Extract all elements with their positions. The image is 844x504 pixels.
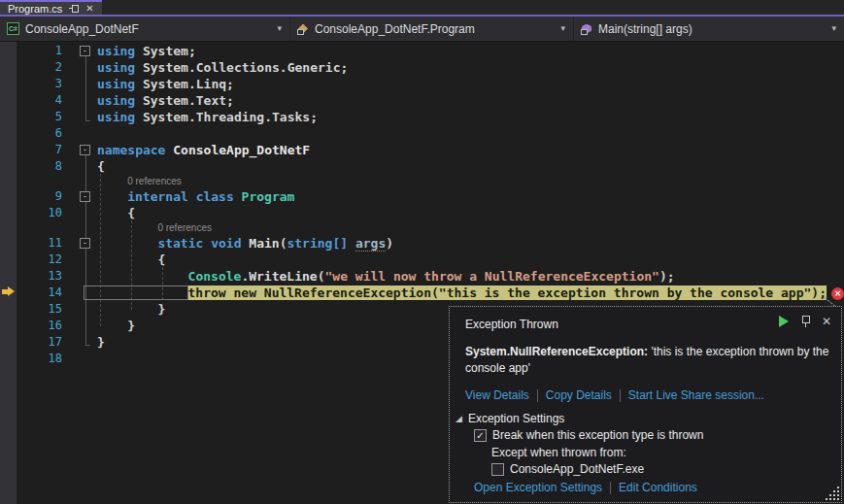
token: using	[97, 44, 135, 58]
link-separator	[620, 389, 621, 402]
code-text: using System.Collections.Generic;	[97, 59, 844, 76]
line-number: 5	[0, 109, 64, 125]
fold-toggle[interactable]: -	[80, 191, 90, 202]
outline-margin	[64, 59, 97, 76]
outline-margin: -	[64, 188, 97, 205]
line-number: 13	[0, 268, 64, 285]
tab-program-cs[interactable]: Program.cs ✕	[0, 0, 102, 15]
code-line[interactable]: 9-internal class Program	[0, 188, 844, 205]
line-number: 15	[0, 301, 64, 318]
code-line[interactable]: 6	[0, 125, 844, 142]
token: {	[157, 252, 165, 267]
current-statement-arrow	[2, 286, 16, 297]
token: }	[127, 319, 135, 333]
token: void	[211, 236, 241, 251]
popup-link[interactable]: View Details	[465, 388, 529, 402]
resize-grip[interactable]	[826, 487, 839, 500]
exception-error-icon[interactable]: ✕	[831, 287, 844, 300]
outline-margin	[64, 285, 97, 301]
popup-links-top: View DetailsCopy DetailsStart Live Share…	[465, 388, 764, 402]
fold-toggle[interactable]: -	[80, 238, 90, 249]
code-line[interactable]: 10{	[0, 205, 844, 221]
popup-link[interactable]: Edit Conditions	[619, 481, 697, 494]
popup-link[interactable]: Start Live Share session...	[628, 388, 764, 402]
code-line[interactable]: 4using System.Text;	[0, 92, 844, 109]
pin-icon[interactable]	[69, 5, 79, 13]
module-checkbox[interactable]	[491, 463, 504, 476]
popup-toolbar: ✕	[779, 316, 831, 327]
type-dropdown[interactable]: ConsoleApp_DotNetF.Program ▾	[290, 17, 574, 41]
visual-studio-window: Program.cs ✕ C# ConsoleApp_DotNetF ▾ Con…	[0, 0, 844, 504]
module-checkbox-row: ConsoleApp_DotNetF.exe	[491, 462, 644, 476]
line-number: 11	[0, 235, 64, 252]
token: string[]	[287, 236, 348, 251]
token: using	[97, 60, 135, 75]
token: internal	[127, 189, 188, 204]
close-icon[interactable]: ✕	[822, 316, 831, 327]
exception-message: System.NullReferenceException: 'this is …	[465, 344, 832, 377]
line-number: 16	[0, 318, 64, 334]
member-dropdown-label: Main(string[] args)	[598, 22, 692, 36]
project-dropdown[interactable]: C# ConsoleApp_DotNetF ▾	[0, 17, 290, 41]
code-line[interactable]: 14throw new NullReferenceException("this…	[0, 285, 844, 301]
code-text: internal class Program	[97, 188, 844, 205]
module-checkbox-label: ConsoleApp_DotNetF.exe	[510, 462, 644, 476]
outline-margin	[64, 205, 97, 221]
exception-highlight: throw new NullReferenceException("this i…	[188, 286, 827, 300]
outline-margin	[64, 158, 97, 175]
token: static	[157, 236, 203, 251]
code-line[interactable]: 13Console.WriteLine("we will now throw a…	[0, 268, 844, 285]
token: "we will now throw a NullReferenceExcept…	[325, 269, 659, 284]
member-dropdown[interactable]: Main(string[] args) ▾	[574, 17, 844, 41]
code-line[interactable]: 12{	[0, 252, 844, 268]
outline-margin	[64, 92, 97, 109]
token: Console	[188, 269, 242, 284]
continue-icon[interactable]	[779, 316, 789, 327]
type-dropdown-label: ConsoleApp_DotNetF.Program	[315, 22, 475, 36]
line-number: 4	[0, 92, 64, 109]
token	[234, 189, 242, 204]
line-number: 2	[0, 59, 64, 76]
tab-title: Program.cs	[8, 3, 62, 15]
code-text: using System;	[97, 43, 844, 59]
code-line[interactable]: 1-using System;	[0, 43, 844, 59]
outline-margin	[64, 268, 97, 285]
fold-toggle[interactable]: -	[80, 145, 90, 155]
project-dropdown-label: ConsoleApp_DotNetF	[25, 22, 139, 36]
code-text: {	[97, 205, 844, 221]
popup-link[interactable]: Open Exception Settings	[474, 481, 602, 494]
outline-margin: -	[64, 43, 97, 59]
pin-icon[interactable]	[801, 316, 809, 327]
code-text: using System.Text;	[97, 92, 844, 109]
token: Main	[249, 236, 279, 251]
line-number: 10	[0, 205, 64, 221]
codelens-references[interactable]: 0 references	[0, 175, 844, 188]
code-text: {	[97, 158, 844, 175]
outline-margin	[64, 109, 97, 125]
outline-margin: -	[64, 142, 97, 158]
fold-toggle[interactable]: -	[80, 46, 90, 56]
outline-margin	[64, 252, 97, 268]
token	[348, 236, 355, 251]
token: ConsoleApp_DotNetF	[165, 143, 310, 157]
code-text: {	[97, 252, 844, 268]
break-checkbox[interactable]: ✓	[474, 429, 487, 442]
code-line[interactable]: 8{	[0, 158, 844, 175]
code-line[interactable]: 3using System.Linq;	[0, 76, 844, 92]
code-line[interactable]: 5using System.Threading.Tasks;	[0, 109, 844, 125]
codelens-references[interactable]: 0 references	[0, 221, 844, 235]
exception-settings-header[interactable]: ◢ Exception Settings	[456, 412, 564, 425]
code-line[interactable]: 7-namespace ConsoleApp_DotNetF	[0, 142, 844, 158]
code-text: static void Main(string[] args)	[97, 235, 844, 252]
csharp-project-icon: C#	[7, 22, 19, 35]
expander-icon[interactable]: ◢	[456, 415, 462, 423]
code-text: using System.Linq;	[97, 76, 844, 92]
popup-title: Exception Thrown	[465, 318, 558, 331]
code-line[interactable]: 11-static void Main(string[] args)	[0, 235, 844, 252]
exception-settings-label: Exception Settings	[468, 412, 564, 425]
popup-link[interactable]: Copy Details	[546, 388, 612, 402]
close-icon[interactable]: ✕	[85, 2, 93, 15]
outline-margin	[64, 301, 97, 318]
token: )	[386, 236, 393, 251]
code-line[interactable]: 2using System.Collections.Generic;	[0, 59, 844, 76]
